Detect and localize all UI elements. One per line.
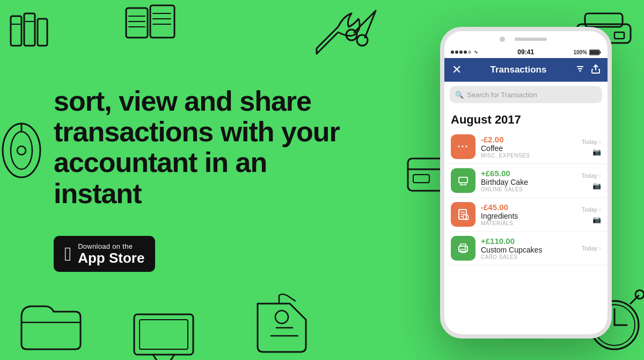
signal-dots: ∿ — [451, 49, 478, 55]
transaction-category: ONLINE SALES — [481, 186, 576, 192]
header-actions — [575, 64, 600, 76]
svg-rect-29 — [140, 320, 188, 349]
transaction-item[interactable]: +£110.00 Custom Cupcakes CARD SALES Toda… — [444, 232, 608, 265]
phone-camera-icon — [500, 37, 505, 42]
transaction-amount: -£2.00 — [481, 135, 576, 144]
transaction-middle: +£110.00 Custom Cupcakes CARD SALES — [481, 236, 576, 260]
svg-rect-1 — [24, 13, 35, 46]
status-time: 09:41 — [517, 48, 534, 56]
transaction-amount: +£65.00 — [481, 169, 576, 178]
deco-notebook-top — [118, 0, 182, 46]
transaction-amount: -£45.00 — [481, 203, 576, 212]
apple-logo-icon:  — [64, 244, 71, 264]
app-store-text: Download on the App Store — [78, 242, 144, 266]
svg-rect-26 — [413, 175, 429, 183]
svg-rect-5 — [126, 8, 148, 38]
svg-point-21 — [11, 132, 32, 169]
svg-point-63 — [465, 247, 466, 249]
share-icon[interactable] — [591, 64, 600, 76]
svg-rect-46 — [600, 51, 601, 53]
battery-area: 100% — [573, 49, 601, 55]
battery-percent: 100% — [573, 49, 587, 55]
transaction-date: Today › — [582, 206, 601, 213]
app-navbar: ✕ Transactions — [444, 58, 608, 82]
transaction-list: ··· -£2.00 Coffee MISC. EXPENSES Today ›… — [444, 130, 608, 265]
app-title: Transactions — [491, 64, 547, 75]
back-button[interactable]: ✕ — [452, 63, 462, 77]
headline: sort, view and share transactions with y… — [54, 86, 354, 209]
transaction-right: Today › 📷 — [582, 206, 601, 224]
transaction-right: Today › 📷 — [582, 172, 601, 190]
svg-rect-2 — [38, 19, 47, 46]
camera-icon: 📷 — [592, 215, 601, 224]
deco-monitor-bottom — [129, 309, 199, 360]
transaction-date: Today › — [582, 172, 601, 179]
phone-outer-shell: ∿ 09:41 100% ✕ Transaction — [440, 27, 612, 339]
transaction-icon-birthdaycake — [451, 168, 475, 193]
phone-speaker — [515, 38, 547, 41]
transaction-name: Ingredients — [481, 212, 576, 220]
svg-point-33 — [275, 311, 288, 323]
svg-point-23 — [17, 146, 26, 155]
transaction-middle: -£2.00 Coffee MISC. EXPENSES — [481, 135, 576, 159]
search-icon: 🔍 — [455, 91, 464, 99]
printer-icon — [457, 242, 470, 255]
svg-line-16 — [365, 11, 376, 38]
transaction-icon-ingredients — [451, 202, 475, 227]
svg-rect-45 — [590, 51, 599, 54]
app-store-button[interactable]:  Download on the App Store — [54, 236, 155, 272]
transaction-category: MATERIALS — [481, 220, 576, 226]
transaction-category: CARD SALES — [481, 254, 576, 260]
svg-rect-28 — [134, 314, 193, 355]
camera-icon: 📷 — [592, 182, 601, 190]
deco-tools-top — [301, 0, 381, 64]
ingredients-icon — [457, 208, 470, 221]
svg-line-60 — [467, 219, 469, 220]
phone-screen: ∿ 09:41 100% ✕ Transaction — [444, 31, 608, 334]
transaction-right: Today › 📷 — [582, 138, 601, 156]
transaction-date: Today › — [582, 244, 601, 252]
deco-books-topleft — [5, 5, 54, 54]
svg-rect-6 — [150, 5, 174, 38]
status-bar: ∿ 09:41 100% — [444, 46, 608, 58]
transaction-icon-cupcakes — [451, 236, 475, 261]
deco-tag-bottom — [247, 293, 317, 357]
battery-icon — [589, 49, 601, 55]
left-content: sort, view and share transactions with y… — [54, 86, 354, 272]
svg-line-42 — [631, 296, 639, 304]
transaction-middle: +£65.00 Birthday Cake ONLINE SALES — [481, 169, 576, 192]
transaction-item[interactable]: -£45.00 Ingredients MATERIALS Today › 📷 — [444, 198, 608, 232]
transaction-item[interactable]: ··· -£2.00 Coffee MISC. EXPENSES Today ›… — [444, 130, 608, 164]
deco-folder-bottom — [16, 296, 86, 355]
transaction-category: MISC. EXPENSES — [481, 153, 576, 159]
phone-mockup: ∿ 09:41 100% ✕ Transaction — [440, 27, 612, 339]
month-header: August 2017 — [444, 107, 608, 130]
app-store-line1: Download on the — [78, 242, 133, 250]
transaction-name: Birthday Cake — [481, 178, 576, 186]
monitor-icon — [457, 174, 470, 187]
background: sort, view and share transactions with y… — [0, 0, 644, 360]
svg-rect-51 — [459, 178, 467, 182]
transaction-item[interactable]: +£65.00 Birthday Cake ONLINE SALES Today… — [444, 164, 608, 198]
transaction-name: Coffee — [481, 144, 576, 153]
transaction-icon-coffee: ··· — [451, 134, 475, 159]
transaction-middle: -£45.00 Ingredients MATERIALS — [481, 203, 576, 226]
search-placeholder: Search for Transaction — [467, 91, 537, 99]
phone-top-bar — [444, 31, 608, 47]
search-bar[interactable]: 🔍 Search for Transaction — [450, 86, 602, 103]
transaction-right: Today › — [582, 244, 601, 252]
deco-wallet-left — [0, 118, 48, 183]
transaction-amount: +£110.00 — [481, 236, 576, 246]
svg-line-15 — [354, 11, 376, 32]
camera-icon: 📷 — [592, 148, 601, 156]
filter-icon[interactable] — [575, 64, 585, 76]
app-store-line2: App Store — [78, 250, 144, 266]
transaction-date: Today › — [582, 138, 601, 146]
svg-point-43 — [635, 290, 644, 299]
transaction-name: Custom Cupcakes — [481, 246, 576, 254]
svg-rect-0 — [11, 16, 21, 46]
svg-rect-19 — [614, 32, 624, 39]
